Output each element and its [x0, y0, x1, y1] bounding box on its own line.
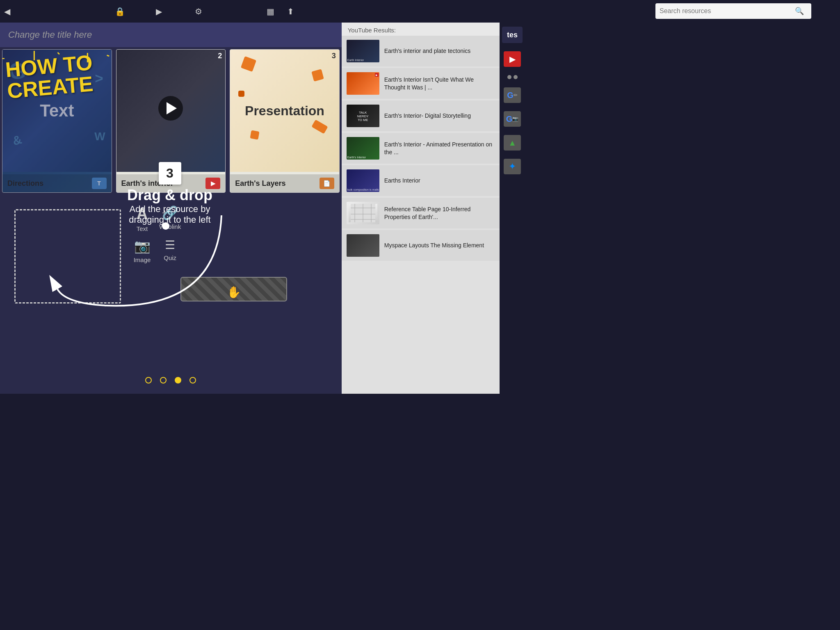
- thumb-3-text: TALK NERDY TO ME: [355, 110, 371, 121]
- result-title-4: Earth's Interior - Animated Presentation…: [384, 141, 495, 155]
- card-2-number: 2: [218, 52, 222, 60]
- card-3-title: Earth's Layers: [235, 179, 285, 188]
- drive-icon: ▲: [508, 138, 516, 148]
- result-thumb-4: Earth's Interior: [347, 137, 379, 160]
- pres-shape-5: [238, 91, 244, 97]
- text-tool-label: Text: [137, 225, 148, 232]
- dot-1[interactable]: [145, 377, 152, 383]
- sidebar-dot-2: [514, 75, 518, 79]
- table-chart-icon: [351, 204, 375, 222]
- empty-drop-zone[interactable]: [14, 209, 121, 304]
- thumb-2-badge: ▶: [375, 73, 379, 77]
- card-directions[interactable]: G > & W Text Directions T: [2, 49, 112, 193]
- dropbox-button[interactable]: ✦: [504, 159, 521, 174]
- tool-quiz[interactable]: ☰ Quiz: [159, 238, 181, 263]
- add-tools-panel: A Text 🔗 Weblink 📷 Image ☰ Quiz: [131, 205, 181, 263]
- presentation-label: Presentation: [245, 103, 324, 119]
- google-search-button[interactable]: G ✏: [504, 87, 521, 103]
- result-thumb-1: Earth Interior: [347, 40, 379, 62]
- result-item-7[interactable]: Myspace Layouts The Missing Element: [342, 230, 500, 261]
- google-icon: G: [507, 91, 514, 100]
- top-bar: ◀ 🔒 ▶ ⚙ ▦ ⬆ 🔍: [0, 0, 525, 23]
- lesson-area: Change the title here HOW TOCREATE - | -…: [0, 23, 342, 394]
- dropbox-icon: ✦: [509, 161, 516, 172]
- dot-3[interactable]: [175, 377, 181, 383]
- pres-shape-3: [250, 130, 260, 139]
- pagination-dots: [0, 377, 342, 383]
- play-icon[interactable]: ▶: [156, 7, 162, 16]
- card-directions-bg: G > & W Text: [2, 50, 112, 172]
- result-title-6: Reference Table Page 10-Inferred Propert…: [384, 205, 495, 220]
- thumb-1-text: Earth Interior: [347, 59, 364, 62]
- lesson-title-bar: Change the title here: [0, 23, 342, 47]
- result-item-3[interactable]: TALK NERDY TO ME Earth's Interior- Digit…: [342, 100, 500, 131]
- video-play-button[interactable]: [158, 96, 183, 121]
- result-title-7: Myspace Layouts The Missing Element: [384, 242, 484, 249]
- result-item-6[interactable]: Reference Table Page 10-Inferred Propert…: [342, 198, 500, 228]
- card-2-badge: ▶: [205, 178, 220, 189]
- right-panel: YouTube Results: Earth Interior Earth's …: [342, 23, 500, 394]
- quiz-tool-icon: ☰: [165, 238, 175, 252]
- youtube-header: YouTube Results:: [342, 23, 500, 36]
- back-icon[interactable]: ◀: [4, 7, 10, 16]
- card-video[interactable]: 2 Earth's interior ▶: [116, 49, 226, 193]
- text-label-card: Text: [40, 101, 74, 121]
- result-thumb-2: ▶: [347, 72, 379, 95]
- result-title-5: Earths Interior: [384, 177, 420, 184]
- result-title-2: Earth's Interior Isn't Quite What We Tho…: [384, 76, 495, 91]
- pres-shape-4: [311, 120, 328, 134]
- results-list: Earth Interior Earth's interior and plat…: [342, 36, 500, 394]
- dot-2[interactable]: [160, 377, 167, 383]
- main-area: Change the title here HOW TOCREATE - | -…: [0, 23, 525, 394]
- weblink-tool-icon: 🔗: [162, 205, 178, 221]
- pres-shape-1: [241, 56, 256, 72]
- qr-icon[interactable]: ▦: [267, 7, 274, 16]
- image-tool-label: Image: [134, 256, 151, 263]
- connection-dot: [162, 222, 169, 230]
- top-bar-left: ◀ 🔒 ▶ ⚙ ▦ ⬆: [4, 7, 525, 16]
- google-pencil-icon: ✏: [514, 92, 518, 98]
- result-thumb-7: [347, 234, 379, 257]
- youtube-sidebar-button[interactable]: ▶: [504, 51, 521, 67]
- result-title-3: Earth's Interior- Digital Storytelling: [384, 112, 471, 119]
- card-3-number: 3: [332, 52, 336, 60]
- quiz-tool-label: Quiz: [164, 254, 176, 261]
- far-right-sidebar: tes ▶ G ✏ G 📷 ▲ ✦: [500, 23, 525, 394]
- brand-logo: tes: [502, 27, 523, 43]
- sidebar-dots: [507, 75, 518, 79]
- card-3-label: Earth's Layers 📄: [230, 174, 339, 192]
- result-item-1[interactable]: Earth Interior Earth's interior and plat…: [342, 36, 500, 66]
- tool-text[interactable]: A Text: [131, 205, 153, 232]
- thumb-6-inner: [349, 204, 377, 222]
- card-1-badge: T: [92, 178, 107, 189]
- dot-4[interactable]: [189, 377, 196, 383]
- image-tool-icon: 📷: [134, 238, 151, 254]
- settings-icon[interactable]: ⚙: [195, 7, 202, 16]
- tools-grid: A Text 🔗 Weblink 📷 Image ☰ Quiz: [131, 205, 181, 263]
- play-triangle: [167, 102, 177, 114]
- text-tool-icon: A: [137, 205, 148, 223]
- card-1-label: Directions T: [2, 174, 112, 192]
- google-images-icon: G: [506, 114, 513, 124]
- thumb-4-label: Earth's Interior: [347, 156, 366, 159]
- google-images-button[interactable]: G 📷: [504, 111, 521, 127]
- lock-icon[interactable]: 🔒: [115, 7, 125, 16]
- card-video-inner: 2: [116, 50, 226, 172]
- bg-letter-2: >: [95, 70, 103, 87]
- card-2-label: Earth's interior ▶: [116, 174, 226, 192]
- google-drive-button[interactable]: ▲: [504, 135, 521, 151]
- card-2-title: Earth's interior: [121, 179, 173, 188]
- bg-letter-4: W: [94, 130, 105, 143]
- pres-shape-2: [311, 69, 324, 82]
- result-item-4[interactable]: Earth's Interior Earth's Interior - Anim…: [342, 133, 500, 164]
- result-item-5[interactable]: bulk composition is mafic Earths Interio…: [342, 165, 500, 196]
- card-pres-inner: 3 Presentation: [230, 50, 339, 172]
- result-thumb-5: bulk composition is mafic: [347, 169, 379, 192]
- result-item-2[interactable]: ▶ Earth's Interior Isn't Quite What We T…: [342, 68, 500, 99]
- camera-icon: 📷: [512, 116, 518, 122]
- result-thumb-3: TALK NERDY TO ME: [347, 105, 379, 127]
- tool-image[interactable]: 📷 Image: [131, 238, 153, 263]
- lesson-title[interactable]: Change the title here: [8, 30, 92, 40]
- card-presentation[interactable]: 3 Presentation Earth's Layers 📄: [230, 49, 340, 193]
- share-icon[interactable]: ⬆: [287, 7, 294, 16]
